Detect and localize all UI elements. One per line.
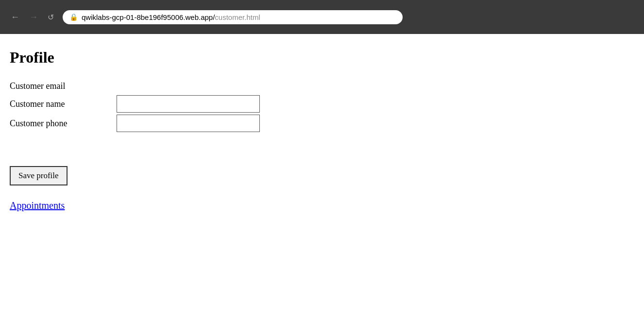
form-section: Customer email Customer name Customer ph…	[10, 81, 634, 132]
lock-icon: 🔒	[69, 13, 78, 21]
url-display: qwiklabs-gcp-01-8be196f95006.web.app/cus…	[82, 13, 260, 21]
back-button[interactable]: ←	[8, 11, 22, 23]
nav-buttons: ← → ↺	[8, 11, 57, 24]
forward-button[interactable]: →	[26, 11, 41, 23]
reload-button[interactable]: ↺	[45, 11, 57, 24]
name-row: Customer name	[10, 95, 634, 113]
browser-chrome: ← → ↺ 🔒 qwiklabs-gcp-01-8be196f95006.web…	[0, 0, 644, 34]
url-main: qwiklabs-gcp-01-8be196f95006.web.app/	[82, 13, 215, 21]
page-title: Profile	[10, 49, 634, 67]
page-content: Profile Customer email Customer name Cus…	[0, 34, 644, 221]
email-label: Customer email	[10, 81, 65, 91]
name-input[interactable]	[117, 95, 260, 113]
save-button-container: Save profile	[10, 147, 634, 185]
email-row: Customer email	[10, 81, 634, 93]
save-profile-button[interactable]: Save profile	[10, 166, 68, 185]
phone-input[interactable]	[117, 115, 260, 132]
address-bar[interactable]: 🔒 qwiklabs-gcp-01-8be196f95006.web.app/c…	[63, 10, 403, 24]
appointments-link[interactable]: Appointments	[10, 200, 65, 211]
phone-row: Customer phone	[10, 115, 634, 132]
phone-label: Customer phone	[10, 118, 117, 129]
name-label: Customer name	[10, 99, 117, 109]
appointments-link-container: Appointments	[10, 185, 634, 211]
url-faded: customer.html	[215, 13, 260, 21]
